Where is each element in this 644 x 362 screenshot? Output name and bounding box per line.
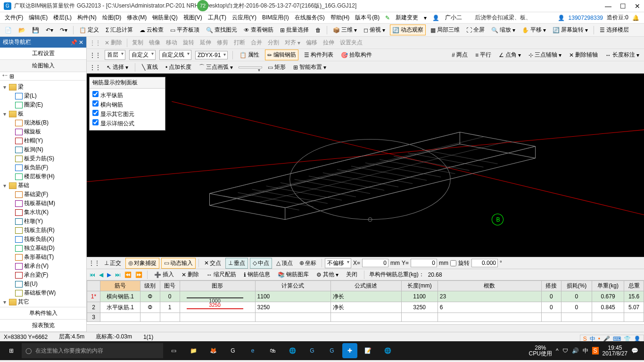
menu-version[interactable]: 版本号(B) xyxy=(353,13,381,23)
minimize-button[interactable]: — xyxy=(605,2,611,10)
rebar-display-panel[interactable]: 钢筋显示控制面板 水平纵筋 横向钢筋 显示其它图元 显示详细公式 xyxy=(89,77,165,131)
3d-button[interactable]: 📦 三维▾ xyxy=(331,25,359,35)
other-button[interactable]: ⚙ 其他▾ xyxy=(314,270,340,280)
line-button[interactable]: ╲ 直线 xyxy=(140,62,160,72)
menu-draw[interactable]: 绘图(D) xyxy=(100,13,124,23)
sidebar-report[interactable]: 报表预览 xyxy=(0,320,86,332)
orbit-button[interactable]: 🔄 动态观察 xyxy=(390,25,426,35)
tree-item[interactable]: 集水坑(K) xyxy=(1,208,85,217)
split-button[interactable]: 分割 xyxy=(266,38,281,48)
menu-view[interactable]: 视图(V) xyxy=(182,13,204,23)
smart-layout-button[interactable]: ⊞ 智能布置▾ xyxy=(291,62,328,72)
menu-modify[interactable]: 修改(M) xyxy=(125,13,149,23)
recycle-button[interactable]: 🗑 xyxy=(314,26,323,34)
taskbar-app-10[interactable]: 📝 xyxy=(358,341,377,360)
parallel-button[interactable]: ≡ 平行 xyxy=(473,50,493,60)
rotate-input[interactable] xyxy=(471,259,498,267)
taskbar-app-9[interactable]: ✚ xyxy=(342,343,357,358)
insert-row-button[interactable]: ➕ 插入 xyxy=(152,270,176,280)
offset-combo[interactable]: 不偏移 xyxy=(325,258,351,268)
tree-folder[interactable]: ▾基础 xyxy=(1,181,85,190)
sidebar-tab-draw[interactable]: 绘图输入 xyxy=(0,60,86,72)
define-button[interactable]: 📋 定义 xyxy=(77,25,101,35)
taskbar-app-6[interactable]: 🌐 xyxy=(283,341,302,360)
menu-new-change[interactable]: 新建变更 xyxy=(394,13,420,23)
find-element-button[interactable]: 🔍 查找图元 xyxy=(204,25,239,35)
tree-item[interactable]: 梁(L) xyxy=(1,91,85,100)
open-button[interactable]: 📂 xyxy=(17,26,27,34)
taskbar-app-5[interactable]: 🛍 xyxy=(263,341,282,360)
delete-button[interactable]: ✕ 删除 xyxy=(103,38,124,48)
redo-button[interactable]: ↷▾ xyxy=(58,26,69,34)
component-list-button[interactable]: ☰ 构件列表 xyxy=(302,50,335,60)
two-point-button[interactable]: # 两点 xyxy=(450,50,470,60)
tree-item[interactable]: 柱墩(Y) xyxy=(1,217,85,226)
viewport[interactable]: 钢筋显示控制面板 水平纵筋 横向钢筋 显示其它图元 显示详细公式 xyxy=(87,74,644,257)
system-tray[interactable]: 28%CPU使用 ^🛡🔊中 S 19:452017/8/27 💬 xyxy=(525,345,642,356)
tree-item[interactable]: 基础板带(W) xyxy=(1,288,85,297)
close-button[interactable]: ✕ xyxy=(635,2,640,10)
tree-item[interactable]: 柱帽(Y) xyxy=(1,136,85,145)
edit-rebar-button[interactable]: ✏ 编辑钢筋 xyxy=(265,49,298,60)
cloud-check-button[interactable]: ☁ 云检查 xyxy=(138,25,165,35)
rect-button[interactable]: ▭ 矩形 xyxy=(266,62,288,72)
tree-item[interactable]: 现浇板(B) xyxy=(1,118,85,127)
point-length-button[interactable]: • 点加长度 xyxy=(164,62,193,72)
handle-icon[interactable]: ⋮⋮ xyxy=(90,40,101,46)
handle-icon[interactable]: ⋮⋮ xyxy=(89,260,100,266)
last-button[interactable]: ⏭ xyxy=(115,272,121,278)
table-row[interactable]: 2水平纵筋.1Φ132503250净长32506000.8455.07 xyxy=(87,302,644,313)
tree-item[interactable]: 螺旋板 xyxy=(1,127,85,136)
three-aux-button[interactable]: ⊹ 三点辅轴▾ xyxy=(527,50,563,60)
save-button[interactable]: 💾 xyxy=(30,26,41,34)
extend-button[interactable]: 延伸 xyxy=(198,38,213,48)
base-button[interactable]: ⊕ 坐标 xyxy=(297,258,319,268)
tree-item[interactable]: 独立基础(D) xyxy=(1,244,85,253)
view-rebar-button[interactable]: 👁 查看钢筋 xyxy=(242,25,275,35)
offset-button[interactable]: 偏移 xyxy=(304,38,319,48)
menu-phone[interactable]: 13907298339 xyxy=(569,15,603,21)
handle-icon[interactable]: ⋮⋮ xyxy=(90,64,101,71)
y-input[interactable] xyxy=(411,259,437,267)
sum-button[interactable]: Σ 汇总计算 xyxy=(104,25,135,35)
category-combo[interactable]: 自定义 xyxy=(129,50,156,60)
menu-floor[interactable]: 楼层(L) xyxy=(51,13,74,23)
move-button[interactable]: 移动 xyxy=(164,38,179,48)
rebar-info-button[interactable]: ℹ 钢筋信息 xyxy=(242,270,272,280)
draw-combo[interactable] xyxy=(239,66,262,68)
menu-rebar[interactable]: 钢筋量(Q) xyxy=(150,13,179,23)
taskbar-app-8[interactable]: G xyxy=(322,341,341,360)
type-combo[interactable]: 自定义线 xyxy=(159,50,191,60)
code-combo[interactable]: ZDYX-91 xyxy=(195,51,228,59)
menu-component[interactable]: 构件(N) xyxy=(75,13,99,23)
first-button[interactable]: ⏮ xyxy=(90,272,95,278)
midpoint-button[interactable]: ◇ 中点 xyxy=(250,258,272,269)
rebar-lib-button[interactable]: 📚 钢筋图库 xyxy=(276,270,311,280)
tree-item[interactable]: 楼层板带(H) xyxy=(1,172,85,181)
batch-select-button[interactable]: ⊞ 批量选择 xyxy=(278,25,311,35)
stretch-button[interactable]: 拉伸 xyxy=(321,38,336,48)
menu-user[interactable]: 广小二 xyxy=(443,13,464,23)
tree-item[interactable]: 圈梁(E) xyxy=(1,100,85,109)
component-tree[interactable]: ▾梁梁(L)圈梁(E)▾板现浇板(B)螺旋板柱帽(Y)板洞(N)板受力筋(S)板… xyxy=(0,81,86,307)
maximize-button[interactable]: ☐ xyxy=(620,2,626,10)
menu-notice[interactable]: 后浇带会扣减梁、板、 xyxy=(475,14,531,22)
task-view-button[interactable]: ▭ xyxy=(164,341,183,360)
scale-rebar-button[interactable]: ↔ 缩尺配筋 xyxy=(205,270,238,280)
prev-button[interactable]: ◀ xyxy=(99,272,103,278)
tree-item[interactable]: 板受力筋(S) xyxy=(1,154,85,163)
taskbar-app-2[interactable]: 🦊 xyxy=(204,341,223,360)
align-button[interactable]: 对齐▾ xyxy=(283,38,302,48)
taskbar-app-7[interactable]: G xyxy=(303,341,322,360)
menu-file[interactable]: 文件(F) xyxy=(3,13,25,23)
handle-icon[interactable]: ⋮⋮ xyxy=(90,52,101,58)
close-panel-button[interactable]: 关闭 xyxy=(344,270,359,280)
rotate-check[interactable] xyxy=(450,260,456,266)
trim-button[interactable]: 修剪 xyxy=(215,38,230,48)
next-group-button[interactable]: ⏩ xyxy=(135,272,142,278)
rotate-screen-button[interactable]: 🔄 屏幕旋转▾ xyxy=(551,25,590,35)
x-input[interactable] xyxy=(362,259,388,267)
menu-online[interactable]: 在线服务(S) xyxy=(293,13,327,23)
horizontal-scrollbar[interactable] xyxy=(87,324,644,332)
break-button[interactable]: 打断 xyxy=(232,38,247,48)
